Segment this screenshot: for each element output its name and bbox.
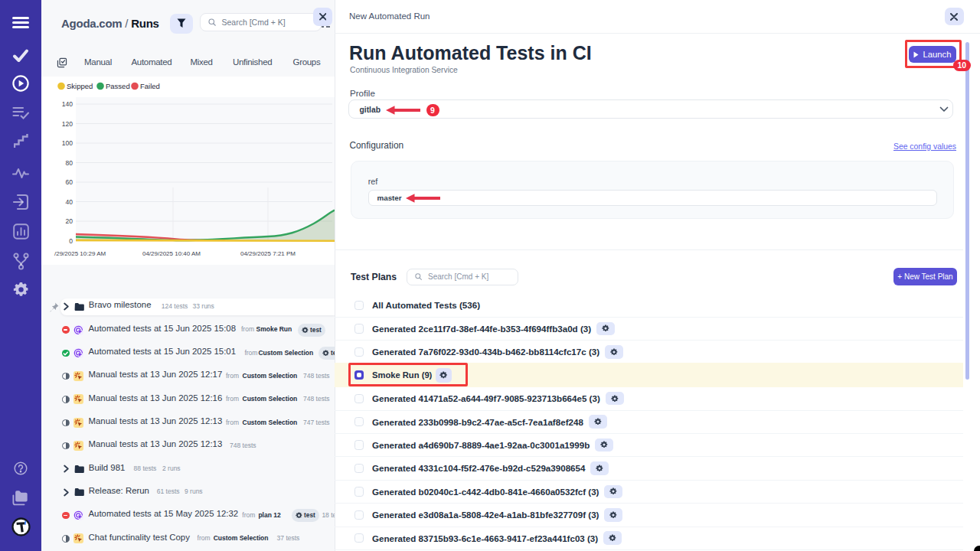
svg-text:100: 100 [62,139,73,147]
svg-text:Failed: Failed [140,82,160,90]
svg-text:04/29/2025 7:21 PM: 04/29/2025 7:21 PM [240,250,296,257]
svg-text:120: 120 [62,120,73,128]
svg-text:20: 20 [66,217,74,225]
svg-text:/29/2025 10:29 AM: /29/2025 10:29 AM [54,250,106,257]
svg-text:80: 80 [66,159,74,167]
svg-text:0: 0 [69,237,73,245]
svg-text:60: 60 [66,178,74,186]
svg-text:140: 140 [62,100,73,108]
svg-text:Skipped: Skipped [67,82,93,90]
svg-text:Passed: Passed [106,82,130,90]
svg-text:40: 40 [66,198,74,206]
svg-text:04/29/2025 10:40 AM: 04/29/2025 10:40 AM [142,250,201,257]
